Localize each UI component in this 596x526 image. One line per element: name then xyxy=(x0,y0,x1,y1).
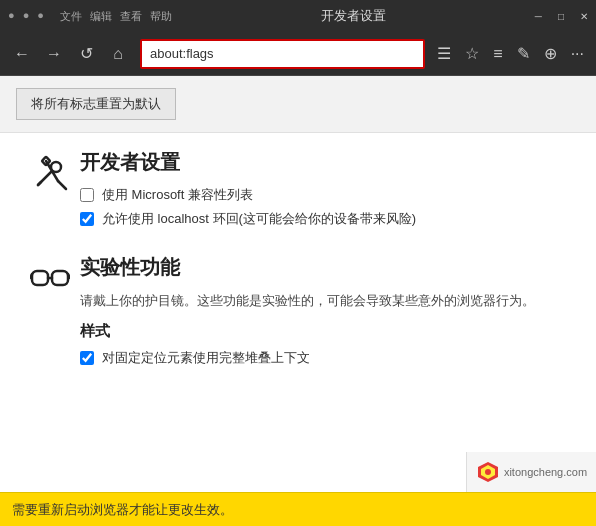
experimental-icon xyxy=(20,254,80,373)
maximize-button[interactable]: □ xyxy=(558,11,564,22)
title-menu-item[interactable]: 文件 xyxy=(60,9,82,24)
experimental-title: 实验性功能 xyxy=(80,254,576,281)
forward-icon: → xyxy=(46,45,62,63)
experimental-section: 实验性功能 请戴上你的护目镜。这些功能是实验性的，可能会导致某些意外的浏览器行为… xyxy=(20,254,576,373)
title-bar-left: ● ● ● 文件 编辑 查看 帮助 xyxy=(8,9,172,24)
watermark-icon xyxy=(476,460,500,484)
home-icon: ⌂ xyxy=(113,45,123,63)
toolbar-right: ☰ ☆ ≡ ✎ ⊕ ··· xyxy=(433,40,588,67)
svg-point-13 xyxy=(485,469,491,475)
bottom-bar: 需要重新启动浏览器才能让更改生效。 xyxy=(0,492,596,526)
refresh-button[interactable]: ↺ xyxy=(72,40,100,68)
title-menu-item4[interactable]: 帮助 xyxy=(150,9,172,24)
hub-icon[interactable]: ≡ xyxy=(489,41,506,67)
title-menu-item3[interactable]: 查看 xyxy=(120,9,142,24)
experimental-desc: 请戴上你的护目镜。这些功能是实验性的，可能会导致某些意外的浏览器行为。 xyxy=(80,291,576,312)
svg-rect-7 xyxy=(52,271,68,285)
title-bar-right: ─ □ ✕ xyxy=(535,11,588,22)
minimize-button[interactable]: ─ xyxy=(535,11,542,22)
title-dot-2: ● xyxy=(23,9,30,24)
checkbox-row-style-0: 对固定定位元素使用完整堆叠上下文 xyxy=(80,349,576,367)
watermark-site-text: xitongcheng.com xyxy=(504,466,587,478)
more-icon[interactable]: ··· xyxy=(567,41,588,67)
title-dot-3: ● xyxy=(37,9,44,24)
bookmark-icon[interactable]: ☰ xyxy=(433,40,455,67)
reset-flags-button[interactable]: 将所有标志重置为默认 xyxy=(16,88,176,120)
checkbox-localhost[interactable] xyxy=(80,212,94,226)
svg-line-3 xyxy=(58,181,66,189)
note-icon[interactable]: ✎ xyxy=(513,40,534,67)
back-icon: ← xyxy=(14,45,30,63)
developer-title: 开发者设置 xyxy=(80,149,576,176)
checkbox-localhost-label: 允许使用 localhost 环回(这可能会给你的设备带来风险) xyxy=(102,210,416,228)
back-button[interactable]: ← xyxy=(8,40,36,68)
browser-toolbar: ← → ↺ ⌂ about:flags ☰ ☆ ≡ ✎ ⊕ ··· xyxy=(0,32,596,76)
site-watermark: xitongcheng.com xyxy=(466,452,596,492)
main-content: 开发者设置 使用 Microsoft 兼容性列表 允许使用 localhost … xyxy=(0,133,596,503)
checkbox-ms-compat[interactable] xyxy=(80,188,94,202)
checkbox-stacking-label: 对固定定位元素使用完整堆叠上下文 xyxy=(102,349,310,367)
title-bar-center: 开发者设置 xyxy=(172,7,535,25)
home-button[interactable]: ⌂ xyxy=(104,40,132,68)
star-icon[interactable]: ☆ xyxy=(461,40,483,67)
developer-icon xyxy=(20,149,80,234)
checkbox-row-1: 允许使用 localhost 环回(这可能会给你的设备带来风险) xyxy=(80,210,576,228)
checkbox-ms-compat-label: 使用 Microsoft 兼容性列表 xyxy=(102,186,253,204)
title-menu-item2[interactable]: 编辑 xyxy=(90,9,112,24)
address-bar[interactable]: about:flags xyxy=(140,39,425,69)
checkbox-row-0: 使用 Microsoft 兼容性列表 xyxy=(80,186,576,204)
address-text: about:flags xyxy=(150,46,214,61)
developer-body: 开发者设置 使用 Microsoft 兼容性列表 允许使用 localhost … xyxy=(80,149,576,234)
refresh-icon: ↺ xyxy=(80,44,93,63)
bottom-message: 需要重新启动浏览器才能让更改生效。 xyxy=(12,501,233,519)
forward-button[interactable]: → xyxy=(40,40,68,68)
title-bar: ● ● ● 文件 编辑 查看 帮助 开发者设置 ─ □ ✕ xyxy=(0,0,596,32)
style-subsection-title: 样式 xyxy=(80,322,576,341)
svg-rect-6 xyxy=(32,271,48,285)
window-title: 开发者设置 xyxy=(321,7,386,25)
reset-area: 将所有标志重置为默认 xyxy=(0,76,596,133)
share-icon[interactable]: ⊕ xyxy=(540,40,561,67)
developer-section: 开发者设置 使用 Microsoft 兼容性列表 允许使用 localhost … xyxy=(20,149,576,234)
svg-line-2 xyxy=(38,182,41,185)
title-dot-1: ● xyxy=(8,9,15,24)
experimental-body: 实验性功能 请戴上你的护目镜。这些功能是实验性的，可能会导致某些意外的浏览器行为… xyxy=(80,254,576,373)
checkbox-stacking[interactable] xyxy=(80,351,94,365)
close-button[interactable]: ✕ xyxy=(580,11,588,22)
